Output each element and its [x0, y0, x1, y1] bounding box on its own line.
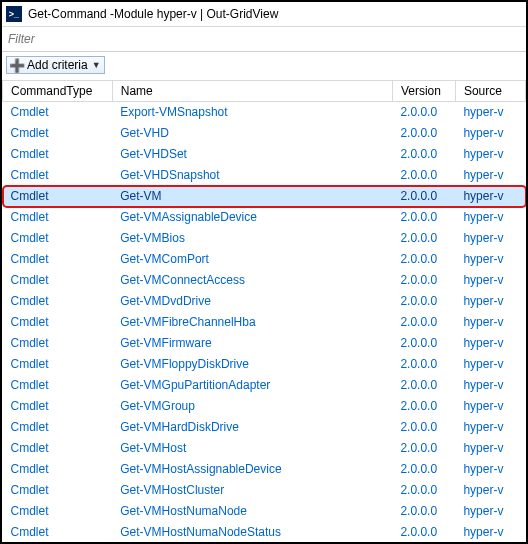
- cell-source: hyper-v: [455, 165, 525, 186]
- table-row[interactable]: CmdletGet-VMHost2.0.0.0hyper-v: [3, 438, 526, 459]
- filter-bar: [2, 27, 526, 52]
- cell-source: hyper-v: [455, 417, 525, 438]
- cell-source: hyper-v: [455, 396, 525, 417]
- table-row[interactable]: CmdletGet-VHDSet2.0.0.0hyper-v: [3, 144, 526, 165]
- table-row[interactable]: CmdletGet-VMHostNumaNode2.0.0.0hyper-v: [3, 501, 526, 522]
- cell-type: Cmdlet: [3, 480, 113, 501]
- cell-type: Cmdlet: [3, 417, 113, 438]
- cell-name: Get-VHDSet: [112, 144, 392, 165]
- cell-source: hyper-v: [455, 123, 525, 144]
- cell-type: Cmdlet: [3, 207, 113, 228]
- table-row[interactable]: CmdletGet-VMFloppyDiskDrive2.0.0.0hyper-…: [3, 354, 526, 375]
- table-row[interactable]: CmdletGet-VMConnectAccess2.0.0.0hyper-v: [3, 270, 526, 291]
- cell-source: hyper-v: [455, 249, 525, 270]
- table-row[interactable]: CmdletGet-VMAssignableDevice2.0.0.0hyper…: [3, 207, 526, 228]
- cell-version: 2.0.0.0: [392, 438, 455, 459]
- cell-type: Cmdlet: [3, 522, 113, 543]
- table-row[interactable]: CmdletGet-VHD2.0.0.0hyper-v: [3, 123, 526, 144]
- cell-source: hyper-v: [455, 144, 525, 165]
- table-row[interactable]: CmdletGet-VM2.0.0.0hyper-v: [3, 186, 526, 207]
- cell-version: 2.0.0.0: [392, 354, 455, 375]
- cell-version: 2.0.0.0: [392, 480, 455, 501]
- table-row[interactable]: CmdletGet-VMHardDiskDrive2.0.0.0hyper-v: [3, 417, 526, 438]
- cell-name: Get-VMHost: [112, 438, 392, 459]
- cell-version: 2.0.0.0: [392, 249, 455, 270]
- cell-source: hyper-v: [455, 522, 525, 543]
- cell-version: 2.0.0.0: [392, 417, 455, 438]
- cell-name: Export-VMSnapshot: [112, 102, 392, 123]
- cell-source: hyper-v: [455, 228, 525, 249]
- cell-version: 2.0.0.0: [392, 291, 455, 312]
- cell-type: Cmdlet: [3, 249, 113, 270]
- cell-type: Cmdlet: [3, 291, 113, 312]
- cell-source: hyper-v: [455, 102, 525, 123]
- cell-type: Cmdlet: [3, 228, 113, 249]
- table-row[interactable]: CmdletGet-VMComPort2.0.0.0hyper-v: [3, 249, 526, 270]
- cell-source: hyper-v: [455, 312, 525, 333]
- cell-name: Get-VM: [112, 186, 392, 207]
- table-row[interactable]: CmdletGet-VMHostNumaNodeStatus2.0.0.0hyp…: [3, 522, 526, 543]
- powershell-icon: [6, 6, 22, 22]
- cell-type: Cmdlet: [3, 123, 113, 144]
- table-row[interactable]: CmdletGet-VMHostCluster2.0.0.0hyper-v: [3, 480, 526, 501]
- cell-source: hyper-v: [455, 501, 525, 522]
- table-row[interactable]: CmdletGet-VMGpuPartitionAdapter2.0.0.0hy…: [3, 375, 526, 396]
- cell-name: Get-VMFibreChannelHba: [112, 312, 392, 333]
- cell-version: 2.0.0.0: [392, 123, 455, 144]
- cell-source: hyper-v: [455, 186, 525, 207]
- cell-version: 2.0.0.0: [392, 165, 455, 186]
- cell-name: Get-VMHostNumaNode: [112, 501, 392, 522]
- cell-name: Get-VMDvdDrive: [112, 291, 392, 312]
- cell-name: Get-VMHostCluster: [112, 480, 392, 501]
- table-row[interactable]: CmdletGet-VMHostAssignableDevice2.0.0.0h…: [3, 459, 526, 480]
- cell-source: hyper-v: [455, 207, 525, 228]
- results-grid: CommandType Name Version Source CmdletEx…: [2, 81, 526, 543]
- cell-source: hyper-v: [455, 438, 525, 459]
- cell-version: 2.0.0.0: [392, 333, 455, 354]
- table-row[interactable]: CmdletGet-VMFibreChannelHba2.0.0.0hyper-…: [3, 312, 526, 333]
- table-row[interactable]: CmdletGet-VMDvdDrive2.0.0.0hyper-v: [3, 291, 526, 312]
- table-row[interactable]: CmdletGet-VHDSnapshot2.0.0.0hyper-v: [3, 165, 526, 186]
- cell-type: Cmdlet: [3, 354, 113, 375]
- filter-input[interactable]: [2, 27, 526, 51]
- table-row[interactable]: CmdletGet-VMBios2.0.0.0hyper-v: [3, 228, 526, 249]
- cell-type: Cmdlet: [3, 102, 113, 123]
- cell-name: Get-VHDSnapshot: [112, 165, 392, 186]
- cell-source: hyper-v: [455, 270, 525, 291]
- add-criteria-button[interactable]: ➕ Add criteria ▼: [6, 56, 105, 74]
- header-commandtype[interactable]: CommandType: [3, 81, 113, 102]
- cell-type: Cmdlet: [3, 459, 113, 480]
- table-row[interactable]: CmdletGet-VMGroup2.0.0.0hyper-v: [3, 396, 526, 417]
- window-title: Get-Command -Module hyper-v | Out-GridVi…: [28, 7, 278, 21]
- cell-name: Get-VMHardDiskDrive: [112, 417, 392, 438]
- header-source[interactable]: Source: [455, 81, 525, 102]
- cell-name: Get-VHD: [112, 123, 392, 144]
- header-name[interactable]: Name: [112, 81, 392, 102]
- cell-version: 2.0.0.0: [392, 102, 455, 123]
- cell-version: 2.0.0.0: [392, 522, 455, 543]
- table-row[interactable]: CmdletGet-VMFirmware2.0.0.0hyper-v: [3, 333, 526, 354]
- chevron-down-icon: ▼: [92, 60, 101, 70]
- cell-version: 2.0.0.0: [392, 396, 455, 417]
- cell-type: Cmdlet: [3, 186, 113, 207]
- cell-name: Get-VMAssignableDevice: [112, 207, 392, 228]
- cell-source: hyper-v: [455, 480, 525, 501]
- cell-source: hyper-v: [455, 375, 525, 396]
- plus-icon: ➕: [9, 59, 25, 72]
- cell-version: 2.0.0.0: [392, 459, 455, 480]
- cell-name: Get-VMFirmware: [112, 333, 392, 354]
- cell-version: 2.0.0.0: [392, 375, 455, 396]
- cell-name: Get-VMHostNumaNodeStatus: [112, 522, 392, 543]
- cell-version: 2.0.0.0: [392, 207, 455, 228]
- header-version[interactable]: Version: [392, 81, 455, 102]
- cell-name: Get-VMFloppyDiskDrive: [112, 354, 392, 375]
- cell-name: Get-VMGroup: [112, 396, 392, 417]
- cell-type: Cmdlet: [3, 312, 113, 333]
- table-row[interactable]: CmdletExport-VMSnapshot2.0.0.0hyper-v: [3, 102, 526, 123]
- cell-name: Get-VMBios: [112, 228, 392, 249]
- cell-type: Cmdlet: [3, 333, 113, 354]
- cell-version: 2.0.0.0: [392, 144, 455, 165]
- cell-version: 2.0.0.0: [392, 270, 455, 291]
- cell-source: hyper-v: [455, 459, 525, 480]
- cell-type: Cmdlet: [3, 501, 113, 522]
